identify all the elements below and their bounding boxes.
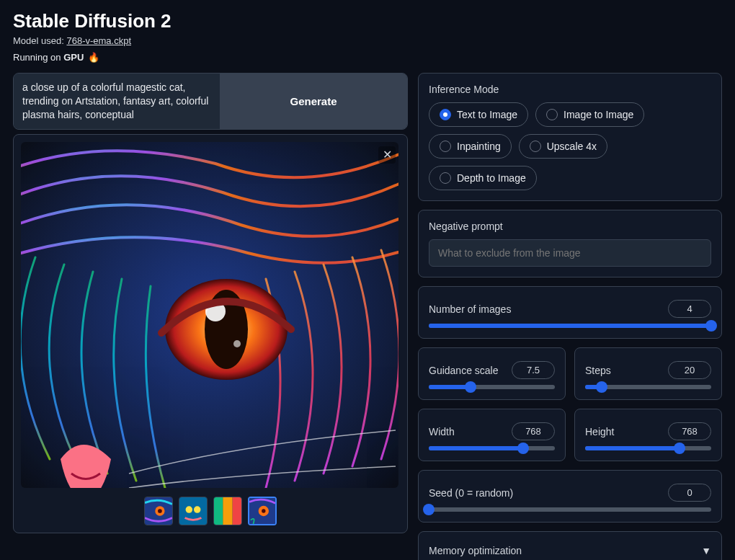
svg-rect-14 bbox=[233, 497, 241, 525]
model-used-prefix: Model used: bbox=[13, 35, 66, 46]
radio-label: Image to Image bbox=[564, 109, 633, 120]
thumbnail-4[interactable] bbox=[248, 497, 277, 525]
steps-value[interactable]: 20 bbox=[668, 361, 711, 379]
memory-label: Memory optimization bbox=[429, 545, 522, 556]
inference-mode-option[interactable]: Text to Image bbox=[429, 102, 528, 127]
output-image[interactable] bbox=[21, 142, 398, 488]
svg-point-4 bbox=[233, 340, 241, 347]
width-slider[interactable] bbox=[429, 446, 555, 450]
width-label: Width bbox=[429, 426, 455, 437]
inference-mode-option[interactable]: Inpainting bbox=[429, 134, 512, 159]
radio-icon bbox=[440, 141, 451, 152]
thumbnail-1[interactable] bbox=[144, 497, 173, 525]
close-icon[interactable]: ✕ bbox=[378, 146, 396, 164]
thumbnail-row bbox=[144, 497, 277, 525]
inference-mode-option[interactable]: Image to Image bbox=[535, 102, 644, 127]
inference-mode-label: Inference Mode bbox=[429, 84, 711, 95]
inference-mode-option[interactable]: Depth to Image bbox=[429, 166, 537, 190]
radio-label: Upscale 4x bbox=[547, 141, 597, 152]
guidance-label: Guidance scale bbox=[429, 365, 499, 376]
running-device: GPU bbox=[63, 52, 84, 63]
num-images-slider[interactable] bbox=[429, 324, 711, 328]
svg-rect-12 bbox=[214, 497, 223, 525]
seed-label: Seed (0 = random) bbox=[429, 487, 513, 499]
model-used-line: Model used: 768-v-ema.ckpt bbox=[13, 35, 722, 46]
seed-slider[interactable] bbox=[429, 507, 711, 512]
num-images-value[interactable]: 4 bbox=[668, 300, 711, 318]
negative-prompt-input[interactable] bbox=[429, 239, 711, 267]
width-value[interactable]: 768 bbox=[512, 422, 555, 440]
negative-prompt-panel: Negative prompt bbox=[418, 210, 722, 277]
steps-panel: Steps 20 bbox=[574, 347, 722, 400]
guidance-slider[interactable] bbox=[429, 385, 555, 389]
radio-label: Inpainting bbox=[457, 141, 501, 152]
inference-mode-panel: Inference Mode Text to ImageImage to Ima… bbox=[418, 73, 722, 201]
fire-icon: 🔥 bbox=[88, 52, 99, 63]
radio-icon bbox=[440, 109, 451, 120]
running-line: Running on GPU 🔥 bbox=[13, 52, 722, 63]
height-slider[interactable] bbox=[585, 446, 711, 450]
prompt-input[interactable] bbox=[14, 74, 220, 129]
steps-label: Steps bbox=[585, 365, 611, 376]
guidance-panel: Guidance scale 7.5 bbox=[418, 347, 566, 400]
radio-icon bbox=[440, 172, 451, 184]
steps-slider[interactable] bbox=[585, 385, 711, 389]
svg-point-9 bbox=[186, 506, 193, 513]
thumbnail-2[interactable] bbox=[179, 497, 208, 525]
height-value[interactable]: 768 bbox=[668, 422, 711, 440]
seed-value[interactable]: 0 bbox=[668, 484, 711, 502]
page-title: Stable Diffusion 2 bbox=[13, 10, 722, 32]
thumbnail-3[interactable] bbox=[213, 497, 242, 525]
svg-point-7 bbox=[158, 509, 162, 513]
guidance-value[interactable]: 7.5 bbox=[512, 361, 555, 379]
height-panel: Height 768 bbox=[574, 409, 722, 461]
seed-panel: Seed (0 = random) 0 bbox=[418, 470, 722, 523]
memory-panel: Memory optimization ▼ Attention slicing … bbox=[418, 531, 722, 560]
radio-label: Text to Image bbox=[457, 109, 517, 120]
svg-point-17 bbox=[262, 509, 265, 512]
num-images-panel: Number of images 4 bbox=[418, 286, 722, 339]
height-label: Height bbox=[585, 426, 614, 437]
generate-button[interactable]: Generate bbox=[220, 74, 407, 129]
chevron-down-icon: ▼ bbox=[701, 545, 711, 556]
svg-point-10 bbox=[194, 506, 201, 513]
radio-icon bbox=[546, 109, 558, 120]
negative-prompt-label: Negative prompt bbox=[429, 221, 711, 232]
inference-mode-radio-group: Text to ImageImage to ImageInpaintingUps… bbox=[429, 102, 711, 190]
width-panel: Width 768 bbox=[418, 409, 566, 461]
radio-icon bbox=[530, 141, 541, 152]
inference-mode-option[interactable]: Upscale 4x bbox=[519, 134, 607, 159]
prompt-row: Generate bbox=[13, 73, 408, 130]
model-link[interactable]: 768-v-ema.ckpt bbox=[66, 35, 131, 46]
memory-accordion-toggle[interactable]: Memory optimization ▼ bbox=[429, 542, 711, 558]
svg-rect-13 bbox=[223, 497, 232, 525]
radio-label: Depth to Image bbox=[457, 172, 526, 184]
running-prefix: Running on bbox=[13, 52, 63, 63]
num-images-label: Number of images bbox=[429, 303, 511, 315]
output-panel: ✕ bbox=[13, 134, 408, 533]
